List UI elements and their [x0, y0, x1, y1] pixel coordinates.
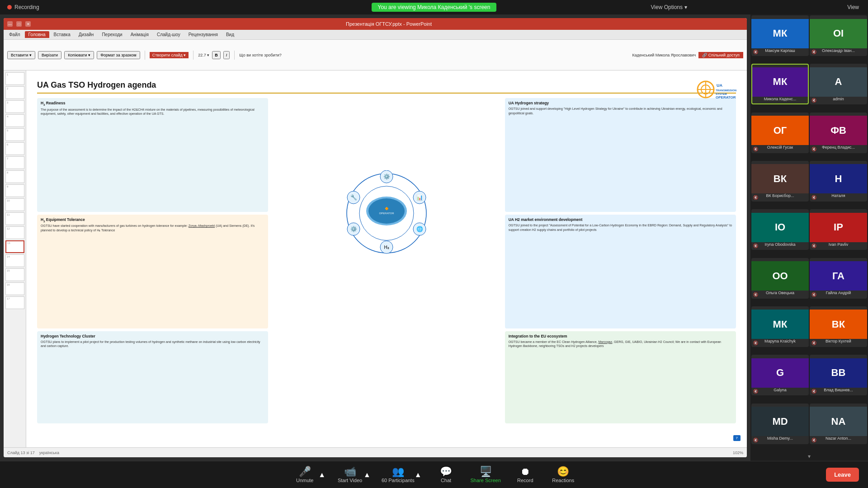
muted-icon-9: 🔇 [811, 244, 816, 248]
participant-tile-10[interactable]: ОООльга Овецька🔇 [751, 258, 809, 299]
share-screen-button[interactable]: 🖥️ Share Screen [471, 467, 501, 483]
ppt-tab-view[interactable]: Вид [222, 31, 238, 38]
ppt-tab-review[interactable]: Рецензування [185, 31, 222, 38]
ppt-main-slide: UA TRANSMISSION SYSTEM OPERATOR UA Gas T… [26, 70, 747, 447]
ppt-slides-panel: 1 2 3 4 5 6 7 8 9 10 11 12 13 14 15 16 1 [4, 70, 26, 447]
participant-tile-5[interactable]: ФВФеренц Владис...🔇 [810, 113, 867, 153]
leave-button[interactable]: Leave [826, 468, 859, 482]
ppt-restore-btn[interactable]: □ [16, 21, 22, 27]
participant-tile-4[interactable]: ОГОлексій Гусак🔇 [751, 113, 809, 153]
start-video-button[interactable]: 📹 Start Video [336, 467, 363, 483]
slide-thumb-8[interactable]: 8 [5, 170, 24, 183]
ppt-share-btn[interactable]: 🔗 Спільний доступ [698, 52, 743, 58]
participants-count-label: 60 Participants [382, 478, 415, 483]
slide-thumb-1[interactable]: 1 [5, 72, 24, 85]
participant-name-3: admin [833, 97, 844, 101]
ppt-tab-insert[interactable]: Вставка [50, 31, 74, 38]
start-video-label: Start Video [338, 478, 362, 483]
italic-btn[interactable]: I [223, 51, 230, 59]
participant-name-11: Гайла Андрій [826, 291, 851, 295]
chat-button[interactable]: 💬 Chat [433, 467, 460, 483]
participant-avatar-15: ВВ [810, 358, 867, 388]
unmute-button[interactable]: 🎤 Unmute [291, 467, 318, 483]
ppt-search-label: Що ви хотіте зробити? [239, 53, 282, 57]
participant-tile-7[interactable]: ННаталя🔇 [810, 161, 867, 202]
participant-tile-1[interactable]: ОІОлександр Іван...🔇 [810, 15, 867, 56]
slide-thumb-17[interactable]: 17 [5, 296, 24, 309]
camera-icon: 📹 [344, 467, 356, 477]
ppt-close-btn[interactable]: ✕ [25, 21, 31, 27]
box-equipment-text: OGTSU have started cooperation with manu… [41, 224, 264, 233]
participant-tile-17[interactable]: NANazar Anton...🔇 [810, 404, 867, 444]
muted-icon-10: 🔇 [753, 292, 758, 297]
slide-thumb-5[interactable]: 5 [5, 128, 24, 141]
slide-thumb-3[interactable]: 3 [5, 100, 24, 113]
view-options-label: View Options [651, 4, 683, 10]
slide-thumb-7[interactable]: 7 [5, 156, 24, 169]
box-strategy-text: OGTSU joined and support developing "Hig… [509, 107, 732, 116]
participants-arrow[interactable]: ▲ [415, 471, 422, 479]
participant-tile-13[interactable]: ВКВіктор Кухтей🔇 [810, 306, 867, 347]
record-button[interactable]: ⏺ Record [512, 467, 539, 483]
ppt-minimize-btn[interactable]: — [7, 21, 13, 27]
participants-icon: 👥 [392, 467, 404, 477]
participant-tile-0[interactable]: МКМаксум Карпаш🔇 [751, 15, 809, 56]
unmute-wrapper: 🎤 Unmute ▲ [291, 467, 326, 483]
slide-thumb-4[interactable]: 4 [5, 114, 24, 127]
view-options-button[interactable]: View Options ▾ [651, 4, 687, 10]
info-box-equipment: H2 Equipment Tolerance OGTSU have starte… [37, 215, 268, 328]
slide-thumb-13[interactable]: 13 [5, 240, 24, 253]
slide-thumb-6[interactable]: 6 [5, 142, 24, 155]
reactions-button[interactable]: 😊 Reactions [550, 467, 577, 483]
ppt-tab-file[interactable]: Файл [5, 31, 24, 38]
participant-tile-8[interactable]: IOIryna Obodovska🔇 [751, 209, 809, 250]
participants-button[interactable]: 👥 60 Participants [382, 467, 415, 483]
participant-tile-9[interactable]: IPIvan Pavliv🔇 [810, 209, 867, 250]
slide-thumb-12[interactable]: 12 [5, 226, 24, 239]
slide-inner: UA TRANSMISSION SYSTEM OPERATOR UA Gas T… [31, 75, 742, 443]
participant-tile-12[interactable]: МКМарупа Kraichyk🔇 [751, 306, 809, 347]
slide-thumb-14[interactable]: 14 [5, 254, 24, 267]
bold-btn[interactable]: B [212, 51, 221, 59]
participants-wrapper: 👥 60 Participants ▲ [382, 467, 422, 483]
participant-tile-2[interactable]: МКМикола Каденс... [751, 64, 809, 104]
ppt-tab-animations[interactable]: Анімація [127, 31, 152, 38]
svg-text:🔶: 🔶 [384, 206, 388, 211]
ua-logo-area: UA TRANSMISSION SYSTEM OPERATOR [693, 79, 739, 101]
ppt-copy-btn[interactable]: Копіювати ▾ [64, 51, 94, 59]
unmute-label: Unmute [296, 478, 314, 483]
participant-avatar-2: МК [752, 67, 808, 97]
participant-tile-15[interactable]: ВВВлад Вишнев...🔇 [810, 355, 867, 395]
slide-thumb-2[interactable]: 2 [5, 86, 24, 99]
box-eu-text: OGTSU became a member of the EC Clean Hy… [509, 340, 732, 349]
slide-thumb-16[interactable]: 16 [5, 282, 24, 295]
ppt-cut-btn[interactable]: Вирізати [38, 51, 61, 59]
ppt-area: — □ ✕ Презентація ОГТСУ.pptx - PowerPoin… [0, 14, 750, 461]
ppt-new-slide-btn[interactable]: Створити слайд ▾ [150, 52, 189, 58]
video-arrow[interactable]: ▲ [363, 471, 371, 479]
ppt-tab-home[interactable]: Головна [25, 31, 49, 38]
participant-avatar-11: ГА [810, 261, 867, 291]
scroll-indicator[interactable]: ▾ [750, 452, 868, 461]
participant-tile-11[interactable]: ГАГайла Андрій🔇 [810, 258, 867, 299]
slide-thumb-11[interactable]: 11 [5, 212, 24, 225]
participant-name-14: Galyna [774, 388, 787, 392]
participant-tile-14[interactable]: GGalyna🔇 [751, 355, 809, 395]
ppt-tab-transitions[interactable]: Переходи [98, 31, 126, 38]
unmute-arrow[interactable]: ▲ [318, 471, 326, 479]
participants-sidebar: МКМаксум Карпаш🔇ОІОлександр Іван...🔇МКМи… [750, 14, 868, 461]
slide-thumb-9[interactable]: 9 [5, 184, 24, 197]
participant-name-16: Misha Demy... [767, 436, 793, 441]
participant-tile-6[interactable]: ВКВК Борисбор...🔇 [751, 161, 809, 202]
ppt-tab-slideshow[interactable]: Слайд-шоу [153, 31, 184, 38]
muted-icon-1: 🔇 [811, 50, 816, 54]
ppt-tab-design[interactable]: Дизайн [75, 31, 98, 38]
ppt-paste-btn[interactable]: Вставити ▾ [7, 51, 35, 59]
muted-icon-5: 🔇 [811, 147, 816, 151]
ppt-format-btn[interactable]: Формат за зразком [97, 51, 140, 59]
slide-thumb-10[interactable]: 10 [5, 198, 24, 211]
participant-tile-3[interactable]: Aadmin🔇 [810, 64, 867, 104]
slide-thumb-15[interactable]: 15 [5, 268, 24, 281]
bottom-center [271, 331, 502, 423]
participant-tile-16[interactable]: MDMisha Demy...🔇 [751, 404, 809, 444]
